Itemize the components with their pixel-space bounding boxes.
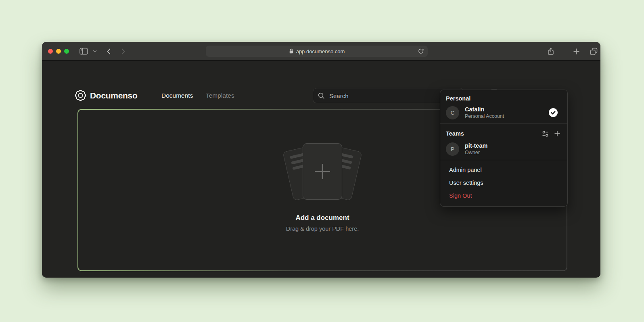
reload-icon bbox=[418, 48, 424, 54]
url-text: app.documenso.com bbox=[296, 48, 345, 54]
url-field[interactable]: app.documenso.com bbox=[206, 46, 428, 57]
close-window-button[interactable] bbox=[48, 49, 53, 54]
chevron-left-icon bbox=[107, 48, 111, 54]
search-input[interactable] bbox=[329, 92, 437, 99]
team-role: Owner bbox=[465, 149, 487, 156]
personal-account-item[interactable]: C Catalin Personal Account bbox=[446, 106, 562, 119]
documenso-logo-icon bbox=[75, 90, 86, 101]
sliders-icon bbox=[542, 130, 549, 137]
user-settings-item[interactable]: User settings bbox=[440, 176, 567, 189]
zoom-window-button[interactable] bbox=[64, 49, 69, 54]
teams-section-heading: Teams bbox=[446, 130, 464, 137]
personal-section-heading: Personal bbox=[446, 95, 562, 102]
reload-button[interactable] bbox=[417, 48, 424, 55]
new-tab-button[interactable] bbox=[570, 45, 582, 57]
admin-panel-item[interactable]: Admin panel bbox=[440, 163, 567, 176]
personal-account-subtitle: Personal Account bbox=[465, 113, 504, 119]
plus-icon bbox=[554, 130, 560, 137]
tab-documents[interactable]: Documents bbox=[161, 92, 193, 99]
personal-account-name: Catalin bbox=[465, 106, 504, 113]
sidebar-menu-chevron[interactable] bbox=[90, 45, 99, 57]
account-dropdown-menu: Personal C Catalin Personal Account bbox=[440, 90, 568, 207]
team-item[interactable]: P pit-team Owner bbox=[446, 142, 562, 156]
document-stack-illustration bbox=[278, 142, 367, 203]
document-card-center bbox=[303, 143, 342, 200]
empty-state-title: Add a document bbox=[295, 214, 349, 222]
minimize-window-button[interactable] bbox=[56, 49, 61, 54]
search-icon bbox=[318, 92, 325, 99]
sidebar-icon bbox=[79, 48, 88, 55]
browser-window: app.documenso.com bbox=[42, 42, 600, 278]
browser-toolbar: app.documenso.com bbox=[42, 42, 600, 61]
tab-overview-icon bbox=[590, 48, 598, 55]
chevron-down-icon bbox=[93, 50, 97, 52]
brand-name: Documenso bbox=[90, 91, 138, 100]
tab-templates[interactable]: Templates bbox=[206, 92, 234, 99]
selected-check-icon bbox=[549, 108, 558, 117]
sidebar-toggle-button[interactable] bbox=[77, 45, 90, 57]
tab-overview-button[interactable] bbox=[588, 45, 600, 57]
team-name: pit-team bbox=[465, 142, 487, 149]
add-document-plus-icon bbox=[313, 162, 332, 181]
sign-out-item[interactable]: Sign Out bbox=[440, 189, 567, 202]
teams-section: Teams bbox=[440, 124, 567, 160]
share-button[interactable] bbox=[545, 45, 557, 57]
brand-logo[interactable]: Documenso bbox=[75, 90, 138, 101]
create-team-button[interactable] bbox=[553, 129, 562, 138]
back-button[interactable] bbox=[102, 45, 115, 57]
chevron-right-icon bbox=[121, 48, 125, 54]
share-icon bbox=[547, 48, 554, 55]
lock-icon bbox=[289, 48, 294, 54]
forward-button[interactable] bbox=[117, 45, 129, 57]
manage-teams-button[interactable] bbox=[541, 129, 550, 138]
plus-icon bbox=[573, 48, 580, 55]
team-avatar: P bbox=[446, 142, 459, 156]
empty-state-subtitle: Drag & drop your PDF here. bbox=[286, 226, 359, 232]
dropdown-actions: Admin panel User settings Sign Out bbox=[440, 160, 567, 206]
personal-section: Personal C Catalin Personal Account bbox=[440, 90, 567, 123]
personal-account-avatar: C bbox=[446, 106, 459, 119]
app-content: Documenso Documents Templates ⌘+K C Cata… bbox=[42, 61, 600, 277]
